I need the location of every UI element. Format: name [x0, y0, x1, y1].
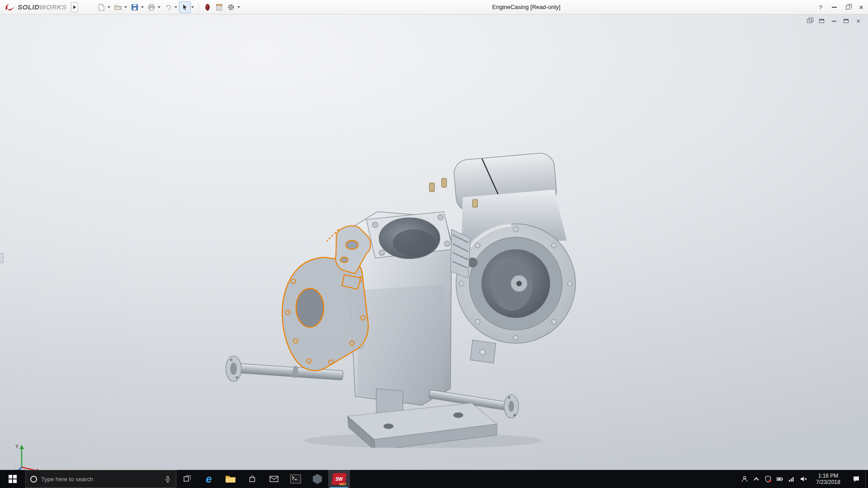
task-view-button[interactable]: [176, 470, 198, 488]
action-center-icon: [853, 475, 860, 483]
battery-tray-button[interactable]: [774, 470, 786, 488]
mail-icon: [269, 475, 278, 483]
undo-button[interactable]: [162, 1, 174, 13]
y-axis-label: Y: [15, 444, 19, 449]
open-document-button[interactable]: [112, 1, 124, 13]
doc-minimize-button[interactable]: [830, 18, 837, 24]
y-axis-arrow: [19, 445, 24, 449]
close-button[interactable]: ✕: [854, 0, 868, 14]
sw-icon-year: 2017: [339, 483, 346, 486]
solidworks-wordmark: SOLIDWORKS: [18, 3, 66, 11]
gear-icon: [227, 3, 235, 11]
solidworks-ds-icon: [5, 3, 15, 12]
doc-restore-icon: [844, 19, 849, 23]
task-view-icon: [184, 475, 191, 483]
window-controls: ? ✕: [814, 0, 868, 14]
reference-triad: Y X: [10, 441, 49, 470]
undo-icon: [164, 3, 172, 11]
minimize-icon: [832, 7, 837, 8]
doc-minimize-icon: [832, 21, 836, 22]
options-button[interactable]: [225, 1, 237, 13]
window-icon: [819, 19, 824, 23]
restore-icon: [846, 5, 850, 9]
new-window-button[interactable]: [806, 18, 813, 24]
screen: SOLIDWORKS: [0, 0, 868, 488]
volume-icon: [800, 475, 807, 483]
battery-icon: [776, 475, 783, 483]
network-icon: [788, 475, 795, 483]
select-tool-button[interactable]: [179, 1, 191, 13]
dropdown-caret-icon[interactable]: [141, 6, 144, 8]
tray-overflow-button[interactable]: [750, 470, 762, 488]
file-explorer-button[interactable]: [220, 470, 241, 488]
dropdown-caret-icon[interactable]: [175, 6, 177, 8]
dropdown-caret-icon[interactable]: [108, 6, 110, 8]
security-tray-button[interactable]: [762, 470, 774, 488]
microphone-icon[interactable]: [164, 475, 171, 483]
minimize-button[interactable]: [827, 0, 841, 14]
system-tray: 1:16 PM 7/23/2018: [739, 470, 868, 488]
window-button[interactable]: [818, 18, 825, 24]
save-button[interactable]: [129, 1, 141, 13]
selected-component-highlight[interactable]: [282, 226, 371, 371]
print-button[interactable]: [146, 1, 157, 13]
hexagon-app-icon: [313, 474, 322, 484]
solidworks-taskbar-button[interactable]: SW 2017: [328, 470, 350, 488]
open-folder-icon: [114, 3, 122, 11]
clock-date: 7/23/2018: [816, 479, 840, 485]
cortana-icon: [30, 476, 37, 483]
mail-button[interactable]: [263, 470, 285, 488]
doc-restore-button[interactable]: [843, 18, 849, 24]
new-document-icon: [97, 3, 105, 11]
show-desktop-button[interactable]: [865, 470, 868, 488]
store-bag-icon: [249, 475, 256, 483]
menu-flyout-button[interactable]: [71, 2, 78, 12]
toolbar-separator: [198, 3, 199, 12]
red-capsule-icon: [203, 3, 212, 11]
volume-tray-button[interactable]: [797, 470, 809, 488]
brand-part-2: WORKS: [39, 3, 66, 11]
new-document-button[interactable]: [95, 1, 107, 13]
dropdown-caret-icon[interactable]: [124, 6, 127, 8]
help-button[interactable]: ?: [814, 0, 827, 14]
red-capsule-button[interactable]: [202, 1, 213, 13]
graphics-viewport[interactable]: ✕: [0, 14, 868, 470]
edrawings-button[interactable]: [307, 470, 328, 488]
doc-close-button[interactable]: ✕: [855, 18, 862, 24]
save-icon: [131, 3, 139, 11]
network-tray-button[interactable]: [786, 470, 797, 488]
start-button[interactable]: [0, 470, 25, 488]
taskbar-search[interactable]: [25, 470, 176, 488]
edge-button[interactable]: e: [198, 470, 220, 488]
dropdown-caret-icon[interactable]: [191, 6, 194, 8]
print-icon: [147, 3, 156, 11]
command-prompt-icon: [290, 474, 301, 483]
action-center-button[interactable]: [847, 470, 865, 488]
dropdown-caret-icon[interactable]: [237, 6, 240, 8]
sw-icon-text: SW: [335, 477, 343, 482]
command-prompt-button[interactable]: [285, 470, 307, 488]
titlebar: SOLIDWORKS: [0, 0, 868, 14]
search-input[interactable]: [41, 476, 160, 483]
document-window-controls: ✕: [806, 18, 862, 24]
solidworks-app-icon: SW 2017: [332, 473, 346, 485]
property-manager-button[interactable]: [213, 1, 225, 13]
taskbar-clock[interactable]: 1:16 PM 7/23/2018: [809, 470, 847, 488]
clock-time: 1:16 PM: [818, 473, 839, 479]
brand-part-1: SOLID: [18, 3, 39, 11]
store-button[interactable]: [241, 470, 263, 488]
feature-manager-collapsed-tab[interactable]: [0, 253, 4, 263]
engine-casing-model[interactable]: [212, 146, 578, 448]
dropdown-caret-icon[interactable]: [158, 6, 160, 8]
clutch-casing[interactable]: [453, 152, 576, 363]
windows-logo-icon: [9, 475, 17, 483]
people-button[interactable]: [739, 470, 750, 488]
document-title: EngineCasing [Read-only]: [492, 0, 560, 14]
chevron-up-icon: [754, 477, 759, 482]
property-manager-icon: [215, 3, 223, 11]
select-arrow-icon: [181, 3, 189, 11]
doc-close-icon: ✕: [856, 18, 860, 24]
restore-button[interactable]: [841, 0, 854, 14]
cascade-windows-icon: [807, 19, 812, 23]
windows-taskbar: e: [0, 470, 868, 488]
